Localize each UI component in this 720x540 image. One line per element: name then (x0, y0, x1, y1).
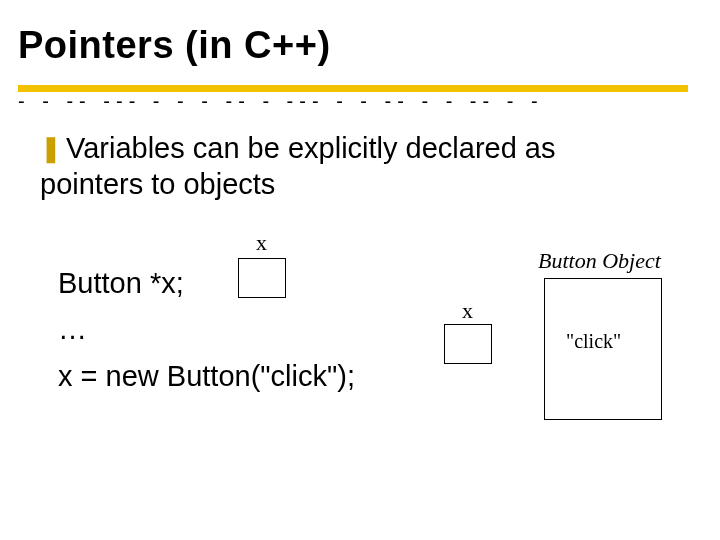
bullet-text: Variables can be explicitly declared as … (40, 132, 556, 200)
code-block: Button *x; … x = new Button("click"); (58, 260, 355, 399)
diagram-box-1 (238, 258, 286, 298)
code-line-3: x = new Button("click"); (58, 353, 355, 399)
slide: Pointers (in C++) - - -- --- - - - -- - … (0, 0, 720, 540)
diagram-x2-label: x (462, 298, 473, 324)
slide-title: Pointers (in C++) (18, 24, 331, 67)
diagram-box-2 (444, 324, 492, 364)
code-line-1: Button *x; (58, 260, 355, 306)
code-line-2: … (58, 306, 355, 352)
bullet-icon: ❚ (40, 133, 62, 163)
underline-dashes: - - -- --- - - - -- - --- - - -- - - -- … (18, 90, 688, 113)
bullet-item: ❚Variables can be explicitly declared as… (40, 130, 660, 203)
diagram-object-label: Button Object (538, 248, 661, 274)
title-underline: - - -- --- - - - -- - --- - - -- - - -- … (18, 80, 688, 100)
diagram-object-content: "click" (566, 330, 621, 353)
diagram-x1-label: x (256, 230, 267, 256)
